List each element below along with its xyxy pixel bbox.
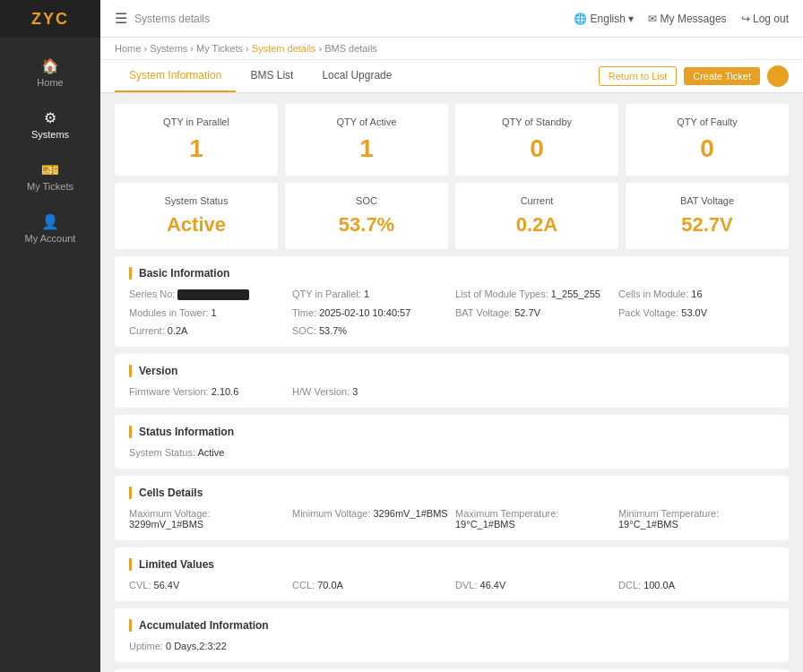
stat-system-status-value: Active: [127, 213, 265, 237]
info-system-status: System Status: Active: [129, 447, 285, 458]
tickets-icon: 🎫: [41, 161, 59, 178]
info-dvl: DVL: 46.4V: [455, 580, 611, 590]
section-bar-limited: [129, 558, 132, 571]
sidebar-nav: 🏠 Home ⚙ Systems 🎫 My Tickets 👤 My Accou…: [0, 38, 100, 254]
sidebar-item-systems-label: Systems: [31, 129, 69, 140]
stat-qty-parallel-value: 1: [127, 134, 265, 163]
tab-actions: Return to List Create Ticket: [599, 65, 789, 87]
info-soc: SOC: 53.7%: [292, 325, 448, 336]
info-uptime: Uptime: 0 Days,2:3:22: [129, 641, 285, 651]
systems-icon: ⚙: [44, 109, 56, 126]
info-pack-voltage: Pack Voltage: 53.0V: [618, 307, 774, 318]
accumulated-info-section: Accumulated Information Uptime: 0 Days,2…: [115, 608, 789, 662]
tab-bms-list[interactable]: BMS List: [236, 60, 307, 92]
sidebar-item-home[interactable]: 🏠 Home: [0, 47, 100, 99]
content-area: QTY in Parallel 1 QTY of Active 1 QTY of…: [100, 93, 803, 672]
status-info-section: Status Information System Status: Active: [115, 415, 789, 469]
breadcrumb-home[interactable]: Home: [115, 43, 141, 54]
breadcrumb-mytickets[interactable]: My Tickets: [196, 43, 243, 54]
info-min-temp: Minimum Temperature: 19°C_1#BMS: [618, 508, 774, 530]
info-cells-module: Cells in Module: 16: [618, 289, 774, 300]
tab-bar: System Information BMS List Local Upgrad…: [100, 60, 803, 93]
info-firmware: Firmware Version: 2.10.6: [129, 386, 285, 397]
tab-system-information[interactable]: System Information: [115, 60, 236, 92]
stat-current-label: Current: [468, 195, 606, 206]
main-area: ☰ Systems details 🌐 English ▾ ✉ My Messa…: [100, 0, 803, 672]
status-info-grid: System Status: Active: [129, 447, 774, 458]
stat-qty-parallel-label: QTY in Parallel: [127, 116, 265, 127]
stat-qty-faulty: QTY of Faulty 0: [626, 104, 789, 176]
messages-link[interactable]: ✉ My Messages: [648, 13, 726, 25]
logout-label: Log out: [753, 13, 789, 25]
accumulated-info-title: Accumulated Information: [139, 619, 269, 632]
section-bar-version: [129, 365, 132, 377]
logout-icon: ↪: [741, 13, 750, 25]
stat-qty-active: QTY of Active 1: [285, 104, 448, 176]
series-redacted: [177, 289, 249, 300]
stat-bat-voltage: BAT Voltage 52.7V: [626, 183, 789, 249]
stat-current: Current 0.2A: [455, 183, 618, 249]
topbar: ☰ Systems details 🌐 English ▾ ✉ My Messa…: [100, 0, 803, 38]
info-max-temp: Maximum Temperature: 19°C_1#BMS: [455, 508, 611, 530]
stat-qty-standby-label: QTY of Standby: [468, 116, 606, 127]
breadcrumb-systemdetails[interactable]: System details: [252, 43, 316, 54]
status-info-header: Status Information: [129, 426, 774, 438]
breadcrumb-bmsdetails[interactable]: BMS details: [324, 43, 377, 54]
account-icon: 👤: [41, 213, 59, 230]
info-bat-voltage: BAT Voltage: 52.7V: [455, 307, 611, 318]
info-qty-parallel: QTY in Parallel: 1: [292, 289, 448, 300]
cells-details-title: Cells Details: [139, 487, 203, 499]
breadcrumb-systems[interactable]: Systems: [150, 43, 187, 54]
info-current: Current: 0.2A: [129, 325, 285, 336]
logo: ZYC: [0, 0, 100, 38]
stat-system-status: System Status Active: [115, 183, 278, 249]
stat-soc-label: SOC: [298, 195, 436, 206]
version-title: Version: [139, 365, 177, 377]
cells-details-section: Cells Details Maximum Voltage: 3299mV_1#…: [115, 476, 789, 540]
section-bar-status: [129, 426, 132, 438]
stat-qty-active-label: QTY of Active: [298, 116, 436, 127]
sidebar-item-tickets-label: My Tickets: [27, 181, 73, 192]
info-cvl: CVL: 56.4V: [129, 580, 285, 590]
language-selector[interactable]: 🌐 English ▾: [574, 13, 634, 25]
messages-label: My Messages: [661, 13, 727, 25]
sidebar-item-home-label: Home: [37, 77, 63, 88]
info-min-voltage: Minimum Voltage: 3296mV_1#BMS: [292, 508, 448, 530]
limited-values-header: Limited Values: [129, 558, 774, 571]
sidebar: ZYC 🏠 Home ⚙ Systems 🎫 My Tickets 👤 My A…: [0, 0, 100, 672]
hamburger-icon[interactable]: ☰: [115, 10, 127, 27]
basic-info-header: Basic Information: [129, 267, 774, 280]
page-title-top: Systems details: [134, 13, 210, 25]
info-dcl: DCL: 100.0A: [618, 580, 774, 590]
logo-text: ZYC: [31, 10, 69, 29]
basic-info-section: Basic Information Series No: QTY in Para…: [115, 256, 789, 347]
sidebar-item-account[interactable]: 👤 My Account: [0, 202, 100, 254]
sidebar-item-account-label: My Account: [25, 233, 76, 244]
topbar-left: ☰ Systems details: [115, 10, 210, 27]
info-ccl: CCL: 70.0A: [292, 580, 448, 590]
version-header: Version: [129, 365, 774, 377]
basic-info-title: Basic Information: [139, 267, 229, 280]
section-bar-cells: [129, 487, 132, 499]
section-bar-icon: [129, 267, 132, 280]
logout-link[interactable]: ↪ Log out: [741, 13, 789, 25]
section-bar-accumulated: [129, 619, 132, 632]
sidebar-item-systems[interactable]: ⚙ Systems: [0, 99, 100, 151]
limited-values-title: Limited Values: [139, 558, 214, 571]
stat-qty-faulty-value: 0: [638, 134, 776, 163]
stat-soc-value: 53.7%: [298, 213, 436, 237]
create-ticket-button[interactable]: Create Ticket: [684, 67, 760, 85]
stat-bat-voltage-value: 52.7V: [638, 213, 776, 237]
cells-details-header: Cells Details: [129, 487, 774, 499]
stat-bat-voltage-label: BAT Voltage: [638, 195, 776, 206]
stat-system-status-label: System Status: [127, 195, 265, 206]
stats-row-1: QTY in Parallel 1 QTY of Active 1 QTY of…: [115, 104, 789, 176]
accumulated-info-header: Accumulated Information: [129, 619, 774, 632]
return-to-list-button[interactable]: Return to List: [599, 66, 677, 86]
cells-details-grid: Maximum Voltage: 3299mV_1#BMS Minimum Vo…: [129, 508, 774, 530]
tab-local-upgrade[interactable]: Local Upgrade: [307, 60, 406, 92]
stat-soc: SOC 53.7%: [285, 183, 448, 249]
info-circle-button[interactable]: [767, 65, 789, 87]
sidebar-item-tickets[interactable]: 🎫 My Tickets: [0, 151, 100, 202]
topbar-right: 🌐 English ▾ ✉ My Messages ↪ Log out: [574, 13, 789, 25]
